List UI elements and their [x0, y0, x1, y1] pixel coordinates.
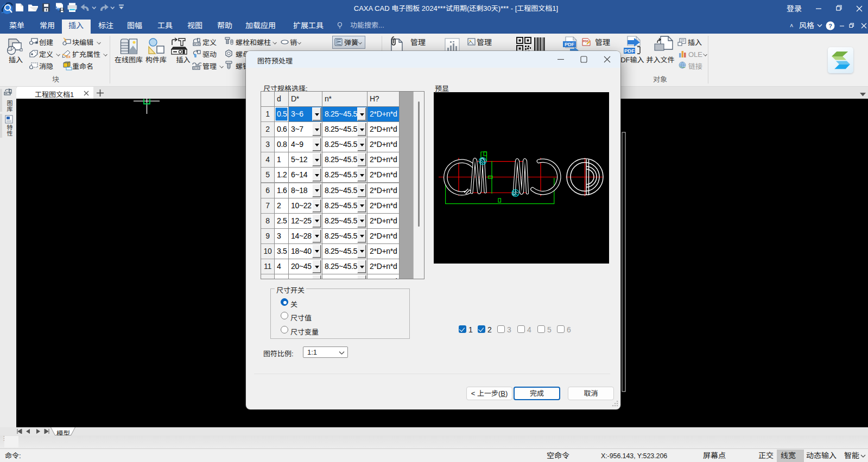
svg-text:Ex: Ex	[66, 55, 71, 59]
svg-text:?: ?	[828, 23, 832, 29]
svg-text:PDF: PDF	[565, 42, 575, 47]
svg-text:PDF: PDF	[624, 48, 635, 54]
